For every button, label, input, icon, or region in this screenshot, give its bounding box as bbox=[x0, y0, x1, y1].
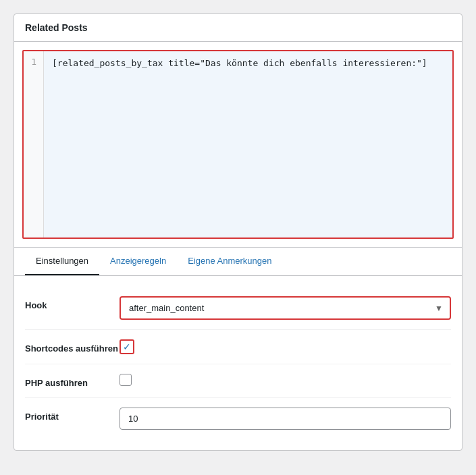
hook-select[interactable]: after_main_content before_main_content a… bbox=[121, 298, 450, 318]
shortcodes-label: Shortcodes ausführen bbox=[25, 339, 120, 354]
code-editor-section: 1 [related_posts_by_tax title="Das könnt… bbox=[14, 42, 462, 248]
code-content[interactable]: [related_posts_by_tax title="Das könnte … bbox=[44, 51, 452, 238]
shortcodes-checkbox[interactable]: ✓ bbox=[120, 339, 134, 354]
tab-eigene-anmerkungen[interactable]: Eigene Anmerkungen bbox=[177, 248, 282, 275]
priority-control bbox=[120, 408, 451, 430]
hook-label: Hook bbox=[25, 296, 120, 310]
panel-title: Related Posts bbox=[14, 14, 462, 42]
main-panel: Related Posts 1 [related_posts_by_tax ti… bbox=[14, 13, 462, 451]
php-label: PHP ausführen bbox=[25, 374, 120, 388]
hook-control: after_main_content before_main_content a… bbox=[120, 296, 451, 320]
panel-title-text: Related Posts bbox=[25, 22, 88, 33]
php-control bbox=[120, 374, 451, 386]
tabs-bar: Einstellungen Anzeigeregeln Eigene Anmer… bbox=[14, 248, 462, 276]
code-editor[interactable]: 1 [related_posts_by_tax title="Das könnt… bbox=[22, 50, 454, 239]
priority-row: Priorität bbox=[25, 398, 451, 439]
priority-label: Priorität bbox=[25, 408, 120, 422]
priority-input[interactable] bbox=[120, 408, 451, 430]
line-number: 1 bbox=[24, 51, 44, 238]
settings-section: Hook after_main_content before_main_cont… bbox=[14, 276, 462, 450]
tab-einstellungen[interactable]: Einstellungen bbox=[25, 248, 99, 275]
tab-anzeigeregeln[interactable]: Anzeigeregeln bbox=[99, 248, 177, 275]
php-checkbox[interactable] bbox=[120, 374, 132, 386]
shortcodes-row: Shortcodes ausführen ✓ bbox=[25, 330, 451, 364]
shortcodes-control: ✓ bbox=[120, 339, 451, 354]
hook-row: Hook after_main_content before_main_cont… bbox=[25, 287, 451, 330]
code-line-1: [related_posts_by_tax title="Das könnte … bbox=[52, 57, 444, 71]
checkmark-icon: ✓ bbox=[123, 342, 131, 352]
hook-select-wrapper[interactable]: after_main_content before_main_content a… bbox=[120, 296, 451, 320]
php-row: PHP ausführen bbox=[25, 364, 451, 398]
